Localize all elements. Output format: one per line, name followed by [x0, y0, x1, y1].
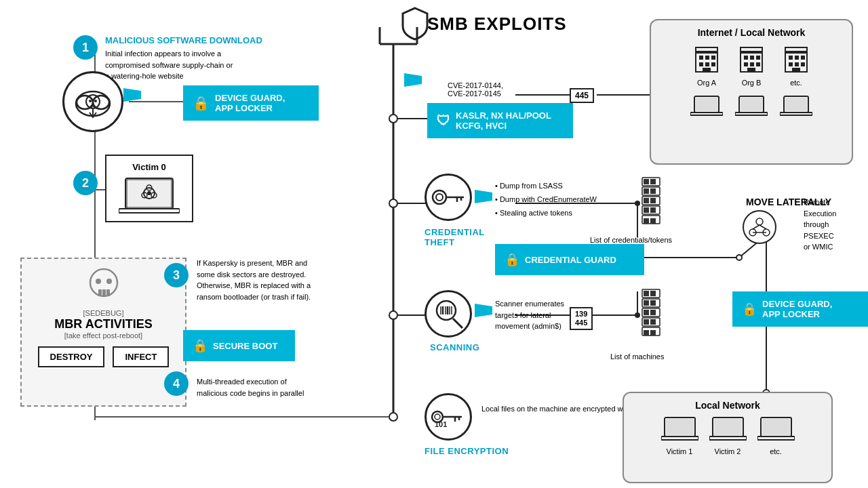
- internet-network-box: Internet / Local Network Org A: [650, 19, 853, 165]
- svg-rect-152: [714, 419, 742, 435]
- local-etc-item: etc.: [757, 416, 795, 455]
- victim1-item: Victim 1: [661, 416, 698, 455]
- svg-line-78: [453, 319, 462, 328]
- svg-rect-150: [661, 436, 698, 440]
- svg-point-52: [96, 279, 101, 284]
- list-credentials-text: List of credentials/tokens: [590, 236, 672, 244]
- svg-rect-68: [650, 179, 656, 184]
- svg-line-110: [760, 225, 766, 229]
- credential-theft-label: CREDENTIAL THEFT: [425, 227, 485, 247]
- svg-rect-70: [650, 188, 656, 194]
- svg-rect-136: [795, 62, 799, 66]
- flag-cred: [475, 190, 492, 203]
- svg-rect-55: [102, 289, 106, 296]
- svg-rect-119: [711, 62, 715, 66]
- svg-rect-114: [699, 56, 703, 60]
- step-2-circle: 2: [73, 171, 98, 195]
- svg-rect-74: [650, 207, 656, 213]
- svg-rect-92: [644, 300, 649, 306]
- svg-point-37: [89, 100, 92, 102]
- step4-desc: Multi-threaded execution of malicious co…: [197, 376, 332, 399]
- svg-rect-140: [696, 98, 717, 111]
- svg-rect-143: [741, 98, 762, 111]
- svg-point-58: [436, 194, 443, 201]
- svg-point-10: [389, 199, 397, 207]
- step1-label: MALICIOUS SOFTWARE DOWNLOAD Initial infe…: [105, 35, 262, 82]
- svg-rect-146: [785, 98, 807, 111]
- svg-rect-128: [756, 62, 760, 66]
- smb-title: SMB EXPLOITS: [427, 14, 567, 35]
- svg-point-13: [389, 413, 397, 421]
- svg-rect-155: [762, 419, 790, 435]
- svg-point-106: [756, 218, 763, 225]
- svg-rect-115: [705, 56, 709, 60]
- svg-point-35: [93, 96, 109, 109]
- svg-rect-135: [789, 62, 793, 66]
- svg-point-8: [389, 115, 397, 123]
- scanning-icon: [425, 290, 472, 338]
- svg-rect-71: [644, 198, 649, 203]
- scanning-label: SCANNING: [430, 342, 479, 352]
- device-guard-box-2: 🔒 DEVICE GUARD, APP LOCKER: [732, 291, 868, 327]
- svg-point-18: [635, 201, 640, 206]
- network-move-icon: [743, 210, 776, 244]
- svg-rect-126: [744, 62, 748, 66]
- svg-point-101: [435, 414, 440, 420]
- svg-rect-118: [705, 62, 709, 66]
- port-445-badge: 445: [570, 88, 594, 103]
- svg-rect-98: [644, 330, 649, 336]
- svg-rect-117: [699, 62, 703, 66]
- svg-rect-144: [735, 113, 768, 115]
- credential-guard-box: 🔒 CREDENTIAL GUARD: [495, 244, 644, 275]
- svg-point-53: [106, 279, 112, 284]
- svg-rect-69: [644, 188, 649, 194]
- mbr-box: [SEDEBUG] MBR ACTIVITIES [take effect po…: [20, 258, 186, 407]
- svg-rect-67: [644, 179, 649, 184]
- svg-rect-99: [650, 330, 656, 336]
- svg-rect-45: [119, 209, 180, 213]
- svg-rect-123: [744, 56, 748, 60]
- svg-point-34: [77, 96, 93, 109]
- svg-rect-76: [650, 218, 656, 224]
- infect-button[interactable]: INFECT: [113, 346, 169, 367]
- cve-text: CVE-2017-0144, CVE-2017-0145: [448, 81, 503, 98]
- svg-text:101: 101: [435, 420, 447, 428]
- svg-point-25: [635, 312, 640, 318]
- svg-rect-149: [666, 419, 694, 435]
- svg-rect-141: [690, 113, 723, 115]
- svg-rect-75: [644, 218, 649, 224]
- step-3-circle: 3: [164, 263, 189, 287]
- svg-rect-91: [650, 291, 656, 296]
- svg-rect-116: [711, 56, 715, 60]
- file-encryption-icon: 101: [425, 393, 472, 441]
- svg-rect-54: [98, 289, 102, 296]
- local-network-box: Local Network Victim 1 Victim 2: [623, 392, 833, 483]
- svg-rect-97: [650, 319, 656, 325]
- svg-rect-129: [747, 68, 755, 72]
- flag-scan: [475, 304, 492, 317]
- svg-rect-93: [650, 300, 656, 306]
- port-139-445-badge: 139 445: [570, 307, 593, 330]
- svg-rect-95: [650, 310, 656, 315]
- svg-rect-156: [757, 436, 795, 440]
- server-icon-2: [641, 288, 661, 344]
- svg-point-77: [437, 301, 456, 320]
- svg-rect-90: [644, 291, 649, 296]
- remote-exec-text: Remote Execution through PSEXEC or WMIC: [804, 197, 836, 253]
- kaslr-box: 🛡 KASLR, NX HAL/POOL KCFG, HVCI: [427, 103, 573, 138]
- svg-rect-96: [644, 319, 649, 325]
- credential-bullets: • Dump from LSASS • Dump with CredEnumer…: [495, 180, 597, 220]
- flag-1: [123, 88, 141, 102]
- secure-boot-box: 🔒 SECURE BOOT: [183, 330, 295, 361]
- svg-rect-72: [650, 198, 656, 203]
- svg-point-12: [389, 311, 397, 319]
- svg-rect-73: [644, 207, 649, 213]
- destroy-button[interactable]: DESTROY: [38, 346, 105, 367]
- server-icon-1: [641, 176, 661, 232]
- smb-shield-icon: [400, 7, 431, 43]
- svg-rect-124: [750, 56, 754, 60]
- victim2-item: Victim 2: [709, 416, 747, 455]
- scanning-desc: Scanner enumerates targets for lateral m…: [495, 298, 564, 332]
- list-machines-text: List of machines: [610, 352, 664, 361]
- svg-rect-153: [709, 436, 747, 440]
